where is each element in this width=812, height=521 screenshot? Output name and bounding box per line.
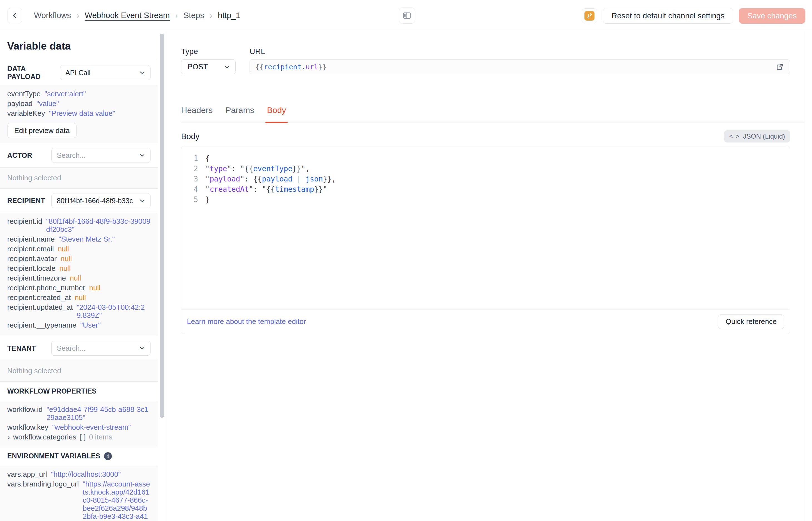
- breadcrumb-separator: ›: [76, 11, 79, 20]
- actor-empty-state: Nothing selected: [0, 167, 158, 189]
- code-token: {{: [255, 63, 264, 71]
- breadcrumb-item-webhook-event-stream[interactable]: Webhook Event Stream: [85, 11, 170, 20]
- field-value: null: [70, 274, 81, 282]
- top-bar: Workflows›Webhook Event Stream›Steps›htt…: [0, 0, 812, 31]
- field-row: vars.branding.logo_url"https://account-a…: [7, 480, 150, 521]
- code-editor[interactable]: 1{2"type": "{{eventType}}",3"payload": {…: [182, 146, 790, 309]
- code-token: payload: [210, 175, 240, 183]
- field-key: workflow.id: [7, 406, 43, 413]
- field-key: eventType: [7, 90, 41, 98]
- breadcrumb-item-steps[interactable]: Steps: [184, 11, 204, 20]
- code-text: }: [205, 195, 210, 205]
- field-value: "webhook-event-stream": [52, 423, 131, 431]
- recipient-select[interactable]: 80f1f4bf-166d-48f9-b33c: [51, 193, 150, 208]
- tenant-search-select[interactable]: [51, 341, 150, 356]
- template-editor-docs-link[interactable]: Learn more about the template editor: [187, 317, 306, 326]
- code-line: 2"type": "{{eventType}}",: [182, 164, 790, 174]
- tab-params[interactable]: Params: [225, 106, 254, 122]
- language-badge-label: JSON (Liquid): [743, 133, 785, 140]
- info-icon[interactable]: i: [104, 452, 112, 460]
- field-value: "2024-03-05T00:42:29.839Z": [77, 303, 150, 319]
- environment-fields: vars.app_url"http://localhost:3000"vars.…: [0, 466, 158, 521]
- field-value: "server:alert": [45, 90, 86, 98]
- field-row: recipient.updated_at"2024-03-05T00:42:29…: [7, 303, 150, 319]
- http-method-select[interactable]: POST: [181, 59, 236, 74]
- field-value: "User": [80, 321, 101, 329]
- request-editor-panel: Type POST URL {{recipient.url}}: [167, 31, 812, 521]
- code-token: .: [302, 63, 306, 71]
- field-key: recipient.avatar: [7, 255, 57, 263]
- top-actions: Reset to default channel settings Save c…: [582, 8, 805, 24]
- field-row: recipient.__typename"User": [7, 321, 150, 329]
- field-row: variableKey"Preview data value": [7, 109, 150, 117]
- data-payload-label: DATA PAYLOAD: [7, 65, 60, 81]
- field-key: vars.app_url: [7, 470, 47, 478]
- chevron-down-icon: [139, 69, 146, 76]
- tenant-search-input[interactable]: [57, 344, 139, 353]
- field-key: recipient.name: [7, 235, 55, 243]
- url-input[interactable]: {{recipient.url}}: [249, 59, 790, 74]
- app-window: Workflows›Webhook Event Stream›Steps›htt…: [0, 0, 812, 521]
- reset-channel-settings-button[interactable]: Reset to default channel settings: [603, 8, 733, 24]
- variable-data-sidebar: Variable data DATA PAYLOAD API Call even…: [0, 31, 166, 521]
- line-number: 1: [182, 153, 205, 164]
- chevron-right-icon[interactable]: ›: [7, 434, 10, 441]
- line-number: 2: [182, 164, 205, 174]
- chevron-down-icon: [139, 152, 146, 159]
- code-brackets-icon: < >: [729, 133, 740, 140]
- field-row: recipient.avatarnull: [7, 255, 150, 263]
- code-token: }}",: [292, 164, 310, 173]
- breadcrumb-separator: ›: [210, 11, 212, 20]
- sidebar-scrollbar[interactable]: [160, 34, 164, 418]
- actor-search-input[interactable]: [57, 151, 139, 160]
- item-count: 0 items: [89, 433, 112, 441]
- data-payload-select[interactable]: API Call: [60, 65, 150, 80]
- chevron-down-icon: [139, 197, 146, 204]
- field-value: null: [89, 284, 100, 292]
- code-token: ": [205, 185, 210, 194]
- field-value: "Steven Metz Sr.": [59, 235, 115, 243]
- breadcrumb-item-workflows[interactable]: Workflows: [34, 11, 71, 20]
- edit-preview-data-button[interactable]: Edit preview data: [7, 123, 76, 138]
- field-value: "http://localhost:3000": [51, 470, 121, 478]
- tab-headers[interactable]: Headers: [181, 106, 213, 122]
- back-button[interactable]: [7, 8, 22, 23]
- field-row: recipient.id"80f1f4bf-166d-48f9-b33c-390…: [7, 217, 150, 233]
- recipient-selected: 80f1f4bf-166d-48f9-b33c: [57, 197, 139, 205]
- url-label: URL: [249, 47, 790, 56]
- language-badge[interactable]: < > JSON (Liquid): [724, 130, 790, 142]
- chevron-down-icon: [223, 63, 231, 71]
- code-token: timestamp: [275, 185, 314, 194]
- tenant-label: TENANT: [7, 344, 36, 352]
- actor-search-select[interactable]: [51, 148, 150, 163]
- code-token: url: [306, 63, 318, 71]
- field-key: recipient.timezone: [7, 274, 66, 282]
- quick-reference-button[interactable]: Quick reference: [718, 315, 784, 329]
- field-key: recipient.phone_number: [7, 284, 85, 292]
- save-changes-button[interactable]: Save changes: [739, 8, 805, 24]
- code-token: |: [292, 175, 306, 183]
- breadcrumb-item-http-1[interactable]: http_1: [218, 11, 240, 20]
- field-row: eventType"server:alert": [7, 90, 150, 98]
- toggle-sidebar-button[interactable]: [399, 7, 415, 24]
- code-text: "payload": {{payload | json}},: [205, 174, 336, 184]
- code-token: }},: [323, 175, 336, 183]
- external-link-icon[interactable]: [775, 62, 784, 71]
- code-line: 5}: [182, 195, 790, 205]
- field-key: workflow.key: [7, 423, 48, 431]
- field-row: recipient.created_atnull: [7, 294, 150, 302]
- field-row: payload"value": [7, 100, 150, 108]
- line-number: 4: [182, 184, 205, 195]
- recipient-label: RECIPIENT: [7, 197, 45, 205]
- workflow-categories-row[interactable]: › workflow.categories [ ] 0 items: [7, 433, 150, 441]
- commit-changes-button[interactable]: [582, 8, 597, 23]
- workflow-fields: workflow.id"e91ddae4-7f99-45cb-a688-3c12…: [0, 401, 158, 447]
- field-row: recipient.phone_numbernull: [7, 284, 150, 292]
- code-token: payload: [262, 175, 293, 183]
- code-line: 4"createdAt": "{{timestamp}}": [182, 184, 790, 195]
- field-key: recipient.updated_at: [7, 303, 73, 312]
- code-token: ": "{{: [249, 185, 275, 194]
- field-key: payload: [7, 100, 32, 108]
- tab-body[interactable]: Body: [267, 106, 286, 122]
- breadcrumb-separator: ›: [175, 11, 178, 20]
